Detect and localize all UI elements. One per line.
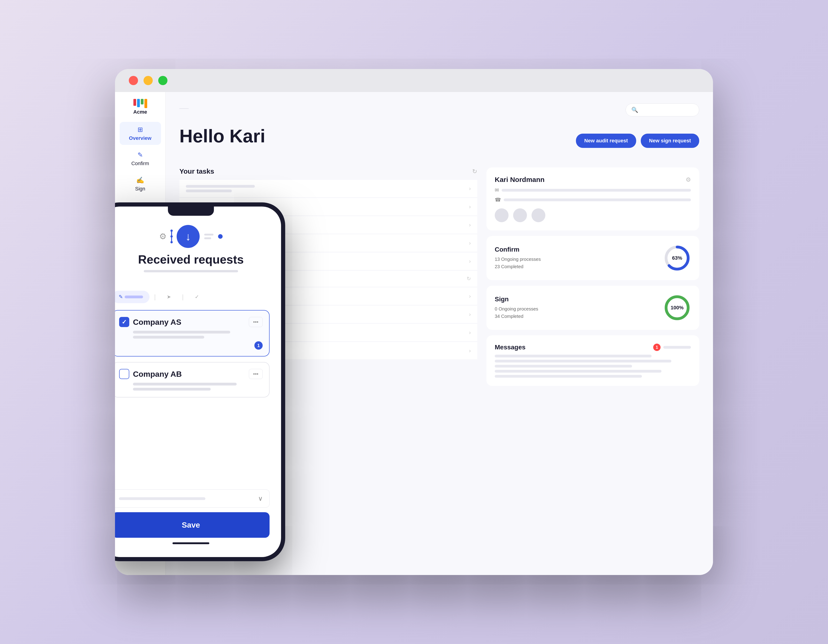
messages-badge: 1 bbox=[653, 344, 660, 351]
edit-icon: ✎ bbox=[119, 294, 123, 300]
task-line-1 bbox=[186, 185, 255, 188]
company-as-checkbox[interactable]: ✓ bbox=[119, 317, 129, 327]
profile-email-line bbox=[502, 189, 691, 191]
company-as-name: Company AS bbox=[133, 318, 181, 327]
messages-line bbox=[663, 346, 691, 349]
phone-screen: ⚙ ↓ Received requests bbox=[115, 207, 281, 557]
chevron-right-icon: › bbox=[469, 293, 471, 299]
filter-tab-edit[interactable]: ✎ bbox=[115, 291, 149, 303]
confirm-ongoing: 13 Ongoing processes bbox=[495, 255, 663, 263]
save-button[interactable]: Save bbox=[115, 512, 270, 538]
confirm-stats-card: Confirm 13 Ongoing processes 23 Complete… bbox=[486, 236, 699, 280]
company-ab-line-1 bbox=[133, 383, 237, 385]
chevron-right-icon: › bbox=[469, 311, 471, 318]
checkbox-check-icon: ✓ bbox=[122, 318, 127, 326]
company-ab-header-left: Company AB bbox=[119, 369, 182, 379]
phone-content: ⚙ ↓ Received requests bbox=[115, 216, 281, 557]
gear-icon-left: ⚙ bbox=[159, 232, 166, 241]
hero-icons: ⚙ ↓ bbox=[159, 225, 223, 248]
filter-tab-send[interactable]: ➤ bbox=[160, 291, 177, 303]
header-buttons: New audit request New sign request bbox=[576, 134, 699, 148]
company-as-header-left: ✓ Company AS bbox=[119, 317, 181, 327]
sign-donut-chart: 100% bbox=[663, 294, 691, 321]
task-line-2 bbox=[186, 190, 232, 192]
profile-header: Kari Nordmann ⚙ bbox=[495, 176, 691, 183]
task-item[interactable]: › bbox=[179, 180, 477, 197]
new-sign-request-button[interactable]: New sign request bbox=[641, 134, 699, 148]
profile-email-row: ✉ bbox=[495, 187, 691, 193]
company-as-lines bbox=[119, 331, 263, 338]
messages-card: Messages 1 bbox=[486, 335, 699, 386]
sign-ongoing: 0 Ongoing processes bbox=[495, 305, 663, 313]
new-audit-request-button[interactable]: New audit request bbox=[576, 134, 636, 148]
mobile-phone: ⚙ ↓ Received requests bbox=[115, 202, 285, 561]
phone-dropdown[interactable]: ∨ bbox=[115, 489, 270, 508]
tasks-title: Your tasks bbox=[179, 168, 214, 175]
confirm-completed: 23 Completed bbox=[495, 263, 663, 270]
chevron-right-icon: › bbox=[469, 240, 471, 246]
message-line-3 bbox=[495, 365, 632, 368]
chevron-right-icon: › bbox=[469, 329, 471, 336]
close-button[interactable] bbox=[129, 76, 138, 85]
phone-icon: ☎ bbox=[495, 197, 501, 203]
message-lines bbox=[495, 355, 691, 378]
hero-right-lines bbox=[204, 233, 213, 239]
profile-phone-row: ☎ bbox=[495, 197, 691, 203]
sign-title: Sign bbox=[495, 296, 663, 303]
message-line-4 bbox=[495, 370, 662, 373]
company-ab-header: Company AB ••• bbox=[119, 369, 263, 379]
sidebar-item-confirm[interactable]: ✎ Confirm bbox=[119, 147, 161, 170]
phone-filter-tabs: ✎ | ➤ | ✓ bbox=[115, 291, 270, 303]
company-ab-checkbox[interactable] bbox=[119, 369, 129, 379]
company-card-as[interactable]: ✓ Company AS ••• 1 bbox=[115, 310, 270, 357]
company-ab-lines bbox=[119, 383, 263, 390]
company-card-ab[interactable]: Company AB ••• bbox=[115, 362, 270, 398]
sign-info: Sign 0 Ongoing processes 34 Completed bbox=[495, 296, 663, 320]
avatar-2 bbox=[513, 208, 527, 222]
chevron-right-icon: › bbox=[469, 348, 471, 354]
confirm-info: Confirm 13 Ongoing processes 23 Complete… bbox=[495, 246, 663, 270]
logo-icon bbox=[133, 99, 147, 108]
filter-divider-2: | bbox=[182, 293, 183, 301]
refresh-icon[interactable]: ↻ bbox=[472, 168, 477, 175]
sign-icon: ✍ bbox=[136, 176, 144, 184]
company-as-line-1 bbox=[133, 331, 230, 334]
sidebar-item-overview[interactable]: ⊞ Overview bbox=[119, 122, 161, 145]
phone-hero: ⚙ ↓ Received requests bbox=[115, 225, 270, 282]
right-column: Kari Nordmann ⚙ ✉ ☎ bbox=[486, 168, 699, 392]
search-bar[interactable]: 🔍 bbox=[626, 103, 699, 116]
message-line-2 bbox=[495, 360, 671, 362]
phone-home-indicator bbox=[172, 542, 209, 544]
profile-name: Kari Nordmann bbox=[495, 176, 545, 183]
sidebar-label-confirm: Confirm bbox=[131, 161, 149, 166]
sign-stats-card: Sign 0 Ongoing processes 34 Completed 10… bbox=[486, 286, 699, 330]
send-icon: ➤ bbox=[167, 294, 171, 300]
sidebar-label-overview: Overview bbox=[129, 135, 152, 141]
titlebar bbox=[115, 69, 713, 92]
chevron-right-icon: › bbox=[469, 204, 471, 210]
sign-completed: 34 Completed bbox=[495, 313, 663, 320]
minimize-button[interactable] bbox=[144, 76, 153, 85]
search-icon: 🔍 bbox=[631, 107, 638, 113]
email-icon: ✉ bbox=[495, 187, 499, 193]
page-title: Hello Kari bbox=[179, 125, 265, 147]
filter-tab-check[interactable]: ✓ bbox=[188, 291, 205, 303]
logo-label: Acme bbox=[133, 109, 147, 115]
confirm-icon: ✎ bbox=[138, 151, 143, 159]
company-ab-line-2 bbox=[133, 388, 211, 390]
profile-card: Kari Nordmann ⚙ ✉ ☎ bbox=[486, 168, 699, 230]
company-as-footer: 1 bbox=[119, 341, 263, 349]
dropdown-selected-line bbox=[119, 497, 205, 500]
sidebar-item-sign[interactable]: ✍ Sign bbox=[119, 172, 161, 196]
sidebar-label-sign: Sign bbox=[135, 186, 145, 192]
maximize-button[interactable] bbox=[158, 76, 168, 85]
phone-title: Received requests bbox=[138, 252, 244, 266]
message-line-1 bbox=[495, 355, 652, 357]
refresh-icon: ↻ bbox=[467, 276, 471, 282]
company-as-more-button[interactable]: ••• bbox=[249, 317, 263, 327]
company-as-line-2 bbox=[133, 336, 204, 338]
company-ab-more-button[interactable]: ••• bbox=[249, 369, 263, 379]
settings-icon[interactable]: ⚙ bbox=[685, 176, 691, 183]
spacer bbox=[115, 403, 270, 489]
avatar-3 bbox=[532, 208, 545, 222]
